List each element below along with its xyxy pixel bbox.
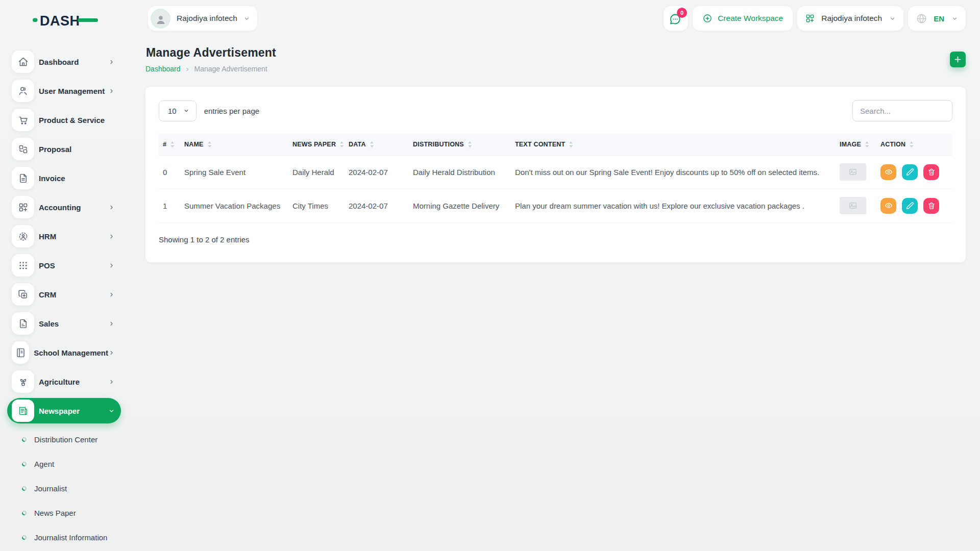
sidebar-item-label: Product & Service	[39, 116, 105, 124]
entries-per-page-select[interactable]: 10	[159, 101, 197, 121]
language-select[interactable]: EN	[908, 6, 966, 31]
grid-plus-icon	[18, 202, 29, 213]
workspace-user-pill[interactable]: Rajodiya infotech	[148, 6, 257, 31]
topbar-actions: 0 Create Workspace Rajodiya infotech EN	[664, 6, 966, 31]
sidebar-icon-box	[12, 80, 34, 102]
sidebar-subitem-journalist[interactable]: Journalist	[0, 476, 125, 500]
cell-news-paper: Daily Herald	[288, 155, 345, 189]
edit-button[interactable]	[902, 164, 918, 180]
cell-action	[876, 189, 952, 222]
chevron-right-icon	[108, 262, 115, 269]
bullet-icon	[21, 485, 28, 492]
sidebar-item-label: User Management	[39, 87, 105, 95]
chevron-right-icon	[108, 88, 115, 94]
sidebar-item-accounting[interactable]: Accounting	[7, 194, 121, 220]
column-header-news-paper[interactable]: NEWS PAPER	[288, 134, 345, 155]
view-button[interactable]	[880, 164, 896, 180]
sidebar-item-label: Sales	[39, 319, 59, 328]
messages-badge: 0	[677, 8, 687, 18]
pencil-icon	[906, 202, 914, 210]
chevron-right-icon	[108, 204, 115, 211]
table-controls: 10 entries per page	[159, 100, 952, 121]
column-header-label: #	[163, 141, 166, 148]
plus-icon	[953, 55, 962, 64]
column-header-text-content[interactable]: TEXT CONTENT	[511, 134, 836, 155]
sidebar-item-dashboard[interactable]: Dashboard	[7, 49, 121, 74]
sidebar-item-label: Newspaper	[39, 407, 80, 415]
trash-icon	[927, 202, 936, 210]
sort-icon	[339, 141, 344, 148]
cell-image	[836, 155, 876, 189]
chevron-down-icon	[951, 15, 958, 22]
sidebar-subitem-label: Distribution Center	[34, 435, 97, 444]
cell-text-content: Don't miss out on our Spring Sale Event!…	[511, 155, 836, 189]
table-header-row: # NAME NEWS PAPER DATA DISTRIBUTIONS TEX…	[159, 134, 952, 155]
column-header-action[interactable]: ACTION	[876, 134, 952, 155]
sidebar-item-sales[interactable]: Sales	[7, 311, 121, 336]
view-button[interactable]	[880, 198, 896, 214]
cell-distributions: Morning Gazette Delivery	[409, 189, 511, 222]
bullet-icon	[21, 436, 28, 443]
column-header-distributions[interactable]: DISTRIBUTIONS	[409, 134, 511, 155]
cell-image	[836, 189, 876, 222]
hrm-icon	[18, 231, 29, 242]
column-header-image[interactable]: IMAGE	[836, 134, 876, 155]
sidebar-item-label: Invoice	[39, 174, 65, 183]
sidebar-item-invoice[interactable]: Invoice	[7, 165, 121, 191]
users-icon	[18, 86, 29, 96]
home-icon	[18, 57, 29, 67]
workspace-user-name: Rajodiya infotech	[177, 14, 237, 23]
sidebar-item-crm[interactable]: CRM	[7, 282, 121, 307]
sidebar-item-user-management[interactable]: User Management	[7, 78, 121, 104]
sidebar-item-pos[interactable]: POS	[7, 253, 121, 278]
table-row: 1 Summer Vacation Packages City Times 20…	[159, 189, 952, 222]
search-input[interactable]	[852, 100, 952, 121]
sidebar-item-newspaper[interactable]: Newspaper	[7, 398, 121, 423]
sidebar-item-school-management[interactable]: School Management	[7, 340, 121, 365]
workspace-select[interactable]: Rajodiya infotech	[797, 6, 903, 31]
sidebar-item-proposal[interactable]: Proposal	[7, 136, 121, 162]
column-header-name[interactable]: NAME	[180, 134, 288, 155]
sidebar-subitem-agent[interactable]: Agent	[0, 452, 125, 476]
avatar	[151, 9, 170, 29]
workspace-grid-icon	[805, 13, 815, 23]
cell-action	[876, 155, 952, 189]
sidebar-icon-box	[12, 109, 34, 131]
sales-icon	[18, 318, 29, 329]
add-advertisement-button[interactable]	[950, 52, 966, 67]
edit-button[interactable]	[902, 198, 918, 214]
bullet-icon	[21, 510, 28, 516]
messages-button[interactable]: 0	[664, 6, 688, 31]
sidebar: DASH Dashboard User Management Product &…	[0, 0, 125, 551]
sidebar-subitem-label: Agent	[34, 460, 54, 468]
advertisement-image-placeholder	[840, 163, 866, 181]
advertisement-image-placeholder	[840, 197, 866, 214]
sidebar-item-agriculture[interactable]: Agriculture	[7, 369, 121, 394]
create-workspace-button[interactable]: Create Workspace	[693, 6, 793, 31]
globe-icon	[916, 13, 927, 24]
sort-icon	[207, 141, 212, 148]
create-workspace-label: Create Workspace	[718, 14, 783, 23]
delete-button[interactable]	[923, 198, 939, 214]
sidebar-item-label: POS	[39, 261, 55, 270]
sidebar-item-product-service[interactable]: Product & Service	[7, 107, 121, 133]
chevron-down-icon	[889, 15, 896, 22]
delete-button[interactable]	[923, 164, 939, 180]
breadcrumb-dashboard-link[interactable]: Dashboard	[145, 65, 181, 73]
plus-circle-icon	[702, 13, 713, 23]
sidebar-item-label: HRM	[39, 232, 56, 241]
column-header-data[interactable]: DATA	[345, 134, 409, 155]
column-header-index[interactable]: #	[159, 134, 180, 155]
sidebar-icon-box	[12, 254, 34, 277]
sidebar-subitem-distribution-center[interactable]: Distribution Center	[0, 427, 125, 452]
sidebar-subitem-label: News Paper	[34, 509, 76, 517]
sidebar-subitem-news-paper[interactable]: News Paper	[0, 500, 125, 525]
sidebar-subitem-journalist-information[interactable]: Journalist Information	[0, 525, 125, 549]
sidebar-item-hrm[interactable]: HRM	[7, 223, 121, 249]
brand-logo[interactable]: DASH	[33, 11, 125, 31]
advertisement-table: # NAME NEWS PAPER DATA DISTRIBUTIONS TEX…	[159, 134, 952, 223]
sidebar-icon-box	[12, 399, 34, 422]
sidebar-subitem-label: Journalist	[34, 484, 67, 493]
newspaper-icon	[18, 406, 29, 416]
sidebar-icon-box	[12, 138, 34, 160]
